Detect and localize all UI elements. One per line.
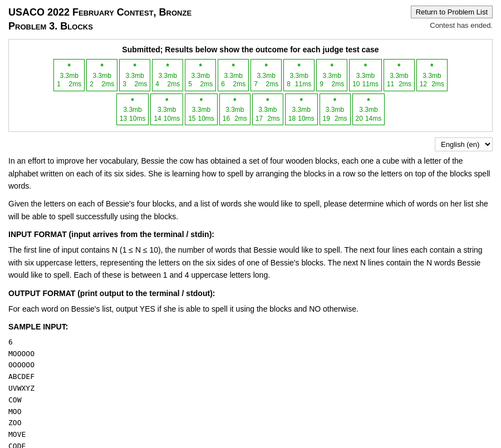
test-cases-row2: *3.3mb1310ms*3.3mb1410ms*3.3mb1510ms*3.3… [17, 93, 484, 126]
test-case-cell: *3.3mb92ms [316, 59, 347, 91]
test-case-cell: *3.3mb1510ms [185, 93, 218, 125]
sample-input-content: 6MOOOOOOOOOOOABCDEFUVWXYZCOWMOOZOOMOVECO… [8, 337, 493, 448]
test-case-cell: *3.3mb811ms [283, 59, 315, 91]
test-cases-row1: *3.3mb12ms*3.3mb22ms*3.3mb32ms*3.3mb42ms… [17, 58, 484, 91]
language-selector-row: English (en) [8, 137, 493, 151]
results-box: Submitted; Results below show the outcom… [8, 39, 493, 132]
test-case-cell: *3.3mb1310ms [116, 93, 149, 125]
test-case-cell: *3.3mb1810ms [285, 93, 318, 125]
test-case-cell: *3.3mb1410ms [150, 93, 183, 125]
title-line2: Problem 3. Blocks [8, 21, 93, 32]
input-format-heading: INPUT FORMAT (input arrives from the ter… [8, 228, 493, 240]
sample-input-heading: SAMPLE INPUT: [8, 321, 493, 333]
title-line1: USACO 2022 February Contest, Bronze [8, 7, 191, 18]
header-right: Return to Problem List Contest has ended… [411, 6, 493, 29]
page-title: USACO 2022 February Contest, Bronze Prob… [8, 6, 191, 33]
test-case-cell: *3.3mb12ms [53, 59, 85, 91]
test-case-cell: *3.3mb2014ms [352, 93, 385, 125]
test-case-cell: *3.3mb32ms [119, 59, 150, 91]
test-case-cell: *3.3mb42ms [152, 59, 183, 91]
return-to-problem-list-button[interactable]: Return to Problem List [411, 6, 493, 18]
problem-paragraph-4: For each word on Bessie's list, output Y… [8, 303, 493, 315]
test-case-cell: *3.3mb192ms [320, 93, 351, 125]
test-case-cell: *3.3mb162ms [219, 93, 250, 125]
problem-text: In an effort to improve her vocabulary, … [8, 155, 493, 448]
test-case-cell: *3.3mb52ms [185, 59, 216, 91]
page-header: USACO 2022 February Contest, Bronze Prob… [8, 6, 493, 33]
problem-paragraph-1: In an effort to improve her vocabulary, … [8, 155, 493, 192]
problem-paragraph-2: Given the letters on each of Bessie's fo… [8, 198, 493, 223]
test-case-cell: *3.3mb1011ms [349, 59, 382, 91]
output-format-heading: OUTPUT FORMAT (print output to the termi… [8, 287, 493, 299]
test-case-cell: *3.3mb122ms [416, 59, 448, 91]
results-title: Submitted; Results below show the outcom… [17, 45, 484, 54]
test-case-cell: *3.3mb22ms [86, 59, 117, 91]
problem-paragraph-3: The first line of input contains N (1 ≤ … [8, 244, 493, 281]
test-case-cell: *3.3mb62ms [218, 59, 249, 91]
test-case-cell: *3.3mb172ms [252, 93, 283, 125]
test-case-cell: *3.3mb112ms [384, 59, 415, 91]
language-select[interactable]: English (en) [435, 137, 493, 151]
test-case-cell: *3.3mb72ms [250, 59, 282, 91]
contest-status: Contest has ended. [430, 21, 493, 29]
